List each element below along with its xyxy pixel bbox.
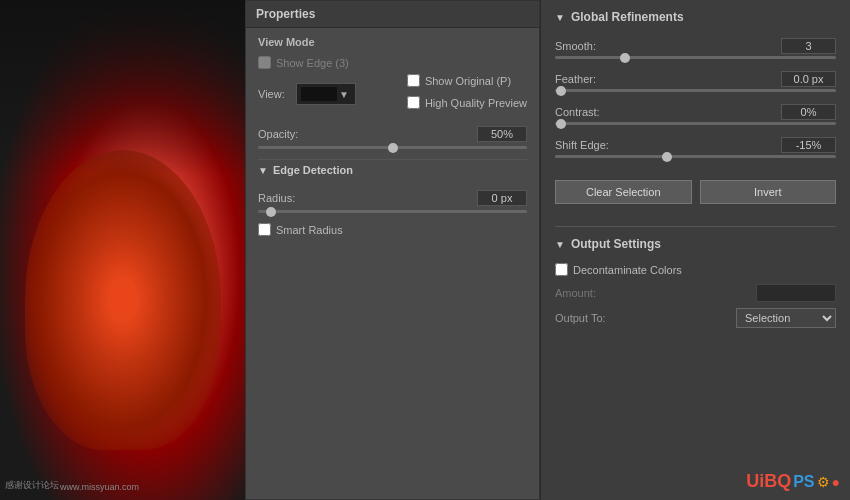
feather-row: Feather: 0.0 px xyxy=(555,71,836,87)
contrast-slider-track[interactable] xyxy=(555,122,836,125)
decontaminate-row: Decontaminate Colors xyxy=(555,263,836,276)
output-to-select[interactable]: Selection xyxy=(736,308,836,328)
smooth-label: Smooth: xyxy=(555,40,635,52)
contrast-row: Contrast: 0% xyxy=(555,104,836,120)
opacity-slider-container[interactable] xyxy=(258,146,527,149)
contrast-slider-container[interactable] xyxy=(555,122,836,127)
smart-radius-checkbox[interactable] xyxy=(258,223,271,236)
global-refinements-header: ▼ Global Refinements xyxy=(555,10,836,24)
canvas-image xyxy=(0,0,245,500)
opacity-label: Opacity: xyxy=(258,128,477,140)
feather-slider-thumb[interactable] xyxy=(556,86,566,96)
edge-detection-label: Edge Detection xyxy=(273,164,353,176)
opacity-slider-thumb[interactable] xyxy=(388,143,398,153)
right-panel: ▼ Global Refinements Smooth: 3 Feather: … xyxy=(540,0,850,500)
feather-slider-container[interactable] xyxy=(555,89,836,94)
show-original-label: Show Original (P) xyxy=(425,75,511,87)
view-select[interactable]: ▼ xyxy=(296,83,356,105)
opacity-value[interactable]: 50% xyxy=(477,126,527,142)
show-edge-checkbox[interactable] xyxy=(258,56,271,69)
output-settings-arrow-icon: ▼ xyxy=(555,239,565,250)
decontaminate-checkbox[interactable] xyxy=(555,263,568,276)
decontaminate-label: Decontaminate Colors xyxy=(573,264,682,276)
amount-label: Amount: xyxy=(555,287,756,299)
shift-edge-row: Shift Edge: -15% xyxy=(555,137,836,153)
view-mode-label: View Mode xyxy=(258,36,527,48)
output-settings-header: ▼ Output Settings xyxy=(555,226,836,251)
view-color-swatch xyxy=(301,87,337,101)
radius-label: Radius: xyxy=(258,192,477,204)
show-original-checkbox[interactable] xyxy=(407,74,420,87)
panel-scroll[interactable]: View Mode Show Edge (3) View: ▼ Show Ori… xyxy=(246,28,539,499)
high-quality-checkbox[interactable] xyxy=(407,96,420,109)
global-refinements-arrow-icon: ▼ xyxy=(555,12,565,23)
amount-input[interactable] xyxy=(756,284,836,302)
smooth-slider-thumb[interactable] xyxy=(620,53,630,63)
button-row: Clear Selection Invert xyxy=(555,180,836,204)
panel-header: Properties xyxy=(246,1,539,28)
uibq-label: UiBQ xyxy=(746,471,791,492)
clear-selection-button[interactable]: Clear Selection xyxy=(555,180,692,204)
contrast-slider-thumb[interactable] xyxy=(556,119,566,129)
edge-detection-arrow-icon: ▼ xyxy=(258,165,268,176)
output-to-label: Output To: xyxy=(555,312,736,324)
smart-radius-row: Smart Radius xyxy=(258,223,527,236)
watermark1: 感谢设计论坛 xyxy=(5,479,59,492)
shift-edge-value[interactable]: -15% xyxy=(781,137,836,153)
feather-label: Feather: xyxy=(555,73,635,85)
shift-edge-slider-container[interactable] xyxy=(555,155,836,160)
smooth-slider-container[interactable] xyxy=(555,56,836,61)
radius-value[interactable]: 0 px xyxy=(477,190,527,206)
panel-title: Properties xyxy=(256,7,315,21)
smooth-row: Smooth: 3 xyxy=(555,38,836,54)
output-settings-label: Output Settings xyxy=(571,237,661,251)
contrast-label: Contrast: xyxy=(555,106,635,118)
smooth-value[interactable]: 3 xyxy=(781,38,836,54)
smooth-slider-track[interactable] xyxy=(555,56,836,59)
radius-slider-track[interactable] xyxy=(258,210,527,213)
dot-icon: ● xyxy=(832,474,840,490)
feather-value[interactable]: 0.0 px xyxy=(781,71,836,87)
radius-slider-container[interactable] xyxy=(258,210,527,213)
view-select-arrow-icon: ▼ xyxy=(339,89,349,100)
view-mode-section: View Mode Show Edge (3) View: ▼ Show Ori… xyxy=(258,36,527,114)
output-to-row: Output To: Selection xyxy=(555,308,836,328)
opacity-slider-track[interactable] xyxy=(258,146,527,149)
radius-row: Radius: 0 px xyxy=(258,190,527,206)
opacity-row: Opacity: 50% xyxy=(258,126,527,142)
view-row: View: ▼ Show Original (P) High Quality P… xyxy=(258,74,527,114)
canvas-area: 感谢设计论坛 www.missyuan.com xyxy=(0,0,245,500)
watermark2: www.missyuan.com xyxy=(60,482,139,492)
view-label: View: xyxy=(258,88,296,100)
global-refinements-label: Global Refinements xyxy=(571,10,684,24)
ps-label: PS xyxy=(793,473,814,491)
smart-radius-label: Smart Radius xyxy=(276,224,343,236)
contrast-value[interactable]: 0% xyxy=(781,104,836,120)
amount-row: Amount: xyxy=(555,284,836,302)
show-edge-row: Show Edge (3) xyxy=(258,56,527,69)
high-quality-row: High Quality Preview xyxy=(407,96,527,109)
show-original-row: Show Original (P) xyxy=(407,74,527,87)
shift-edge-label: Shift Edge: xyxy=(555,139,635,151)
show-edge-label: Show Edge (3) xyxy=(276,57,349,69)
radius-slider-thumb[interactable] xyxy=(266,207,276,217)
gear-icon: ⚙ xyxy=(817,474,830,490)
shift-edge-slider-track[interactable] xyxy=(555,155,836,158)
high-quality-label: High Quality Preview xyxy=(425,97,527,109)
shift-edge-slider-thumb[interactable] xyxy=(662,152,672,162)
feather-slider-track[interactable] xyxy=(555,89,836,92)
invert-button[interactable]: Invert xyxy=(700,180,837,204)
properties-panel: Properties View Mode Show Edge (3) View:… xyxy=(245,0,540,500)
edge-detection-header[interactable]: ▼ Edge Detection xyxy=(258,159,527,180)
